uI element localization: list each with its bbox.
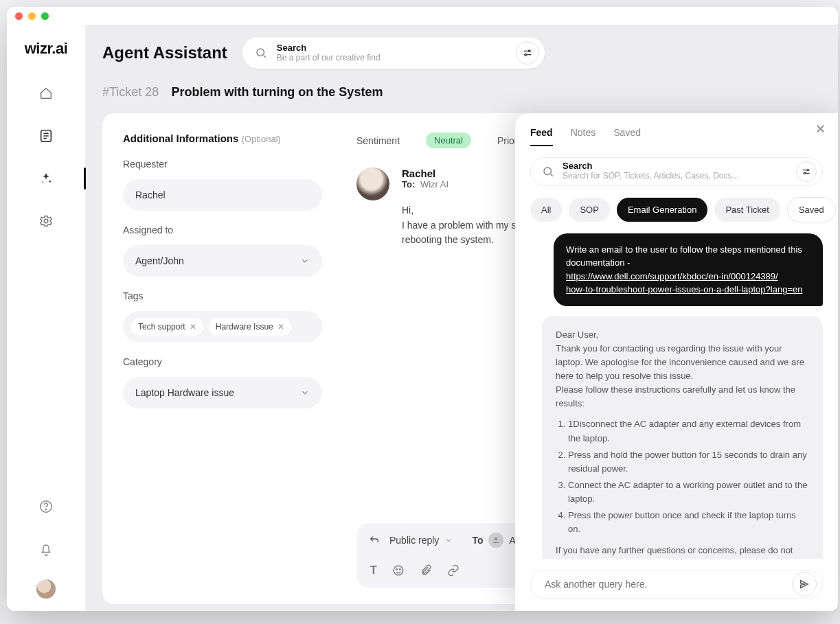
close-icon[interactable]: ✕ xyxy=(277,322,284,332)
nav-home[interactable] xyxy=(34,81,58,106)
sidebar: wizr.ai xyxy=(7,25,86,611)
page-title: Agent Assistant xyxy=(102,43,227,62)
chevron-down-icon xyxy=(300,388,310,397)
chevron-down-icon xyxy=(300,256,310,266)
info-heading: Additional Informations (Optional) xyxy=(123,132,322,145)
requester-label: Requester xyxy=(123,159,322,170)
panel-search-label: Search xyxy=(563,161,788,172)
assigned-select[interactable]: Agent/John xyxy=(123,245,322,277)
text-format-icon[interactable]: T xyxy=(370,564,377,577)
window-close-dot[interactable] xyxy=(15,12,23,20)
attachment-icon[interactable] xyxy=(420,564,432,577)
tags-label: Tags xyxy=(123,290,322,301)
svg-point-3 xyxy=(44,219,48,223)
assigned-label: Assigned to xyxy=(123,224,322,235)
conversation: Write an email to the user to follow the… xyxy=(530,233,823,559)
ticket-icon xyxy=(38,128,54,143)
tag-chip[interactable]: Tech support ✕ xyxy=(131,318,203,336)
link-icon[interactable] xyxy=(447,564,459,577)
app-window: wizr.ai xyxy=(7,7,838,611)
svg-point-14 xyxy=(807,169,808,170)
svg-point-1 xyxy=(49,181,52,183)
assistant-panel: ✕ Feed Notes Saved Search Search for SOP… xyxy=(515,113,838,611)
reply-to-label: To xyxy=(472,535,483,546)
tag-chip[interactable]: Hardware Issue ✕ xyxy=(209,318,291,336)
recipient-avatar xyxy=(488,533,503,548)
sliders-icon xyxy=(802,167,811,176)
user-avatar[interactable] xyxy=(36,579,56,599)
panel-query-input[interactable] xyxy=(530,570,823,599)
ticket-title: Problem with turning on the System xyxy=(171,85,383,100)
nav-notifications[interactable] xyxy=(34,537,58,562)
search-icon xyxy=(255,47,267,59)
panel-search[interactable]: Search Search for SOP, Tickets, Articles… xyxy=(530,157,823,186)
nav-tickets[interactable] xyxy=(34,124,58,148)
svg-point-12 xyxy=(399,569,400,570)
panel-search-subtext: Search for SOP, Tickets, Articles, Cases… xyxy=(563,172,788,181)
svg-point-15 xyxy=(804,172,806,174)
sentiment-label: Sentiment xyxy=(356,135,400,146)
ai-response-bubble: Dear User, Thank you for contacting us r… xyxy=(542,316,823,559)
svg-point-6 xyxy=(257,49,264,56)
panel-close-button[interactable]: ✕ xyxy=(815,122,826,137)
emoji-icon[interactable] xyxy=(392,564,405,577)
svg-point-2 xyxy=(42,181,43,183)
ticket-id: #Ticket 28 xyxy=(102,85,159,100)
tags-field[interactable]: Tech support ✕ Hardware Issue ✕ xyxy=(123,311,322,343)
reply-type-select[interactable]: Public reply xyxy=(389,535,453,546)
filter-past-ticket[interactable]: Past Ticket xyxy=(714,198,780,222)
nav-settings[interactable] xyxy=(34,209,58,233)
category-value: Laptop Hardware issue xyxy=(135,387,234,398)
window-zoom-dot[interactable] xyxy=(41,12,49,20)
send-icon xyxy=(799,579,810,590)
category-label: Category xyxy=(123,356,322,367)
chevron-down-icon xyxy=(444,536,453,544)
assigned-value: Agent/John xyxy=(135,255,184,266)
requester-value: Rachel xyxy=(135,189,166,200)
global-search[interactable]: Search Be a part of our creative find xyxy=(242,37,545,69)
filter-all[interactable]: All xyxy=(530,198,562,222)
gear-icon xyxy=(38,213,54,229)
tab-feed[interactable]: Feed xyxy=(530,127,553,146)
tab-saved[interactable]: Saved xyxy=(613,127,641,146)
svg-point-13 xyxy=(544,167,552,175)
close-icon[interactable]: ✕ xyxy=(190,322,196,332)
doc-link[interactable]: https://www.dell.com/support/kbdoc/en-in… xyxy=(566,271,778,281)
svg-point-11 xyxy=(396,569,398,570)
filter-chips: All SOP Email Generation Past Ticket Sav… xyxy=(530,197,823,222)
search-subtext: Be a part of our creative find xyxy=(277,54,506,63)
sliders-icon xyxy=(522,47,533,58)
send-button[interactable] xyxy=(792,572,817,597)
filter-sop[interactable]: SOP xyxy=(569,198,609,222)
nav-help[interactable] xyxy=(34,494,58,519)
help-icon xyxy=(38,499,54,514)
sentiment-badge: Neutral xyxy=(426,132,471,148)
brand-logo: wizr.ai xyxy=(25,33,68,74)
nav-assistant[interactable] xyxy=(34,166,58,191)
search-label: Search xyxy=(277,43,506,54)
tab-notes[interactable]: Notes xyxy=(571,127,596,146)
category-select[interactable]: Laptop Hardware issue xyxy=(123,377,322,408)
svg-point-5 xyxy=(45,509,46,509)
sparkle-icon xyxy=(39,172,53,185)
svg-point-8 xyxy=(525,54,527,56)
search-icon xyxy=(542,165,554,178)
svg-point-7 xyxy=(528,50,530,52)
home-icon xyxy=(38,86,54,101)
search-filter-button[interactable] xyxy=(516,41,539,65)
doc-link[interactable]: how-to-troubleshoot-power-issues-on-a-de… xyxy=(566,284,802,294)
svg-point-10 xyxy=(394,566,403,575)
bell-icon xyxy=(38,542,54,557)
reply-arrow-icon xyxy=(369,535,380,546)
requester-field[interactable]: Rachel xyxy=(123,179,322,211)
requester-avatar xyxy=(356,167,389,200)
query-text-input[interactable] xyxy=(545,579,784,590)
panel-filter-button[interactable] xyxy=(796,161,817,182)
panel-tabs: Feed Notes Saved xyxy=(530,127,823,146)
user-prompt-bubble: Write an email to the user to follow the… xyxy=(554,233,823,306)
svg-point-9 xyxy=(495,538,497,540)
window-titlebar xyxy=(7,7,838,25)
filter-saved[interactable]: Saved xyxy=(787,197,836,222)
filter-email-generation[interactable]: Email Generation xyxy=(617,198,707,222)
window-minimize-dot[interactable] xyxy=(28,12,36,20)
